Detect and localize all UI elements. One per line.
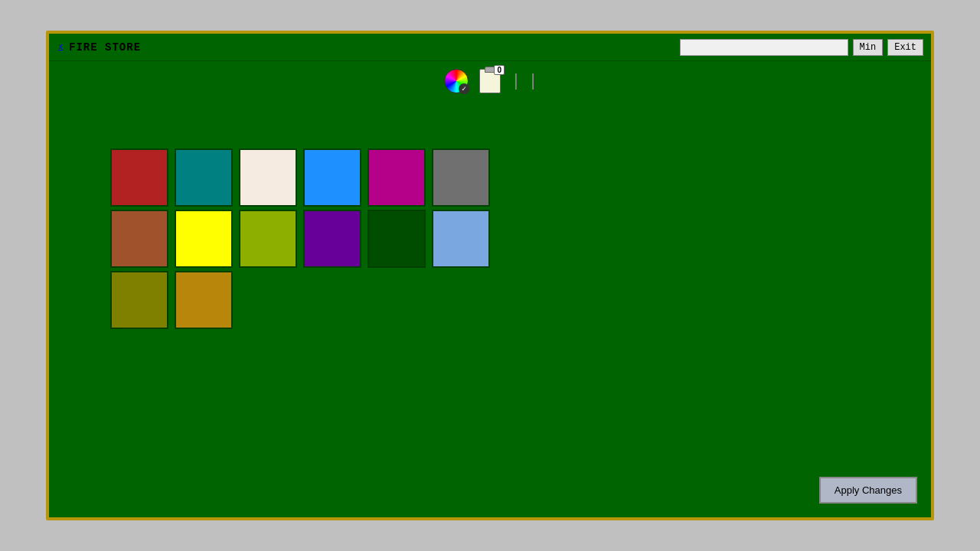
close-icon[interactable]: x [58, 43, 63, 51]
app-title: FIRE STORE [69, 41, 141, 54]
color-swatch-gray[interactable] [432, 148, 490, 207]
color-swatch-cornflower[interactable] [432, 210, 490, 268]
toolbar: 0 | | [49, 61, 931, 98]
clipboard-icon-btn[interactable]: 0 [476, 67, 504, 95]
color-wheel-graphic [444, 69, 469, 93]
color-swatch-olive[interactable] [110, 271, 168, 329]
color-swatch-yellow[interactable] [175, 210, 233, 268]
color-grid [95, 141, 508, 337]
tools-graphic: | | [511, 72, 537, 91]
color-swatch-dark-goldenrod[interactable] [175, 271, 233, 329]
color-swatch-sienna[interactable] [110, 210, 168, 268]
main-window: x FIRE STORE Min Exit 0 | | Apply Change… [46, 31, 934, 520]
color-wheel-icon[interactable] [443, 67, 470, 95]
color-swatch-teal[interactable] [175, 148, 233, 207]
clipboard-graphic: 0 [479, 69, 501, 93]
title-bar-right: Min Exit [680, 39, 923, 56]
exit-button[interactable]: Exit [887, 39, 923, 56]
color-swatch-red[interactable] [110, 148, 168, 207]
apply-changes-button[interactable]: Apply Changes [819, 477, 917, 504]
color-swatch-magenta[interactable] [368, 148, 426, 207]
title-bar-left: x FIRE STORE [57, 41, 141, 54]
color-swatch-purple[interactable] [303, 210, 361, 268]
color-swatch-dodger-blue[interactable] [303, 148, 361, 207]
title-bar: x FIRE STORE Min Exit [49, 34, 931, 61]
clipboard-badge: 0 [494, 65, 505, 75]
tools-icon-btn[interactable]: | | [510, 67, 537, 95]
color-swatch-yellow-green[interactable] [239, 210, 297, 268]
color-swatch-dark-green[interactable] [368, 210, 426, 268]
color-swatch-linen[interactable] [239, 148, 297, 207]
search-input[interactable] [680, 39, 848, 56]
minimize-button[interactable]: Min [853, 39, 884, 56]
